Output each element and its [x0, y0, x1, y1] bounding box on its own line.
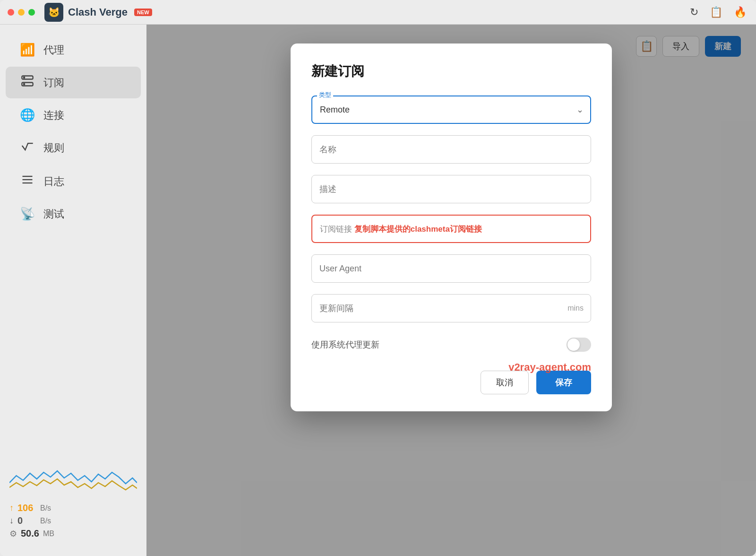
upload-value: 106 — [17, 503, 36, 513]
upload-unit: B/s — [40, 504, 51, 513]
svg-point-3 — [24, 84, 25, 85]
useragent-input[interactable] — [311, 254, 591, 283]
type-select[interactable]: Remote Local — [311, 96, 591, 124]
cancel-button[interactable]: 取消 — [481, 371, 529, 394]
proxy-toggle-row: 使用系统代理更新 — [311, 334, 591, 356]
sidebar-item-subscriptions[interactable]: 订阅 — [6, 67, 141, 98]
globe-icon: 🌐 — [20, 108, 35, 122]
download-unit: B/s — [40, 517, 51, 525]
name-input[interactable] — [311, 135, 591, 164]
disk-stats: ⚙ 50.6 MB — [9, 528, 137, 539]
proxy-toggle-label: 使用系统代理更新 — [311, 339, 379, 350]
type-select-wrapper: Remote Local ⌄ — [311, 96, 591, 124]
sidebar-item-connections[interactable]: 🌐 连接 — [6, 100, 141, 130]
close-button[interactable] — [8, 9, 14, 16]
save-button[interactable]: 保存 — [536, 371, 591, 394]
download-arrow-icon: ↓ — [9, 516, 14, 526]
disk-unit: MB — [43, 530, 54, 538]
download-value: 0 — [17, 515, 36, 526]
window-controls — [8, 9, 35, 16]
app-title: Clash Verge — [68, 6, 128, 18]
flame-button[interactable]: 🔥 — [732, 4, 748, 20]
sidebar-stats: ↑ 106 B/s ↓ 0 B/s ⚙ 50.6 MB — [0, 452, 146, 547]
dialog-actions: 取消 保存 — [311, 371, 591, 394]
notes-button[interactable]: 📋 — [708, 4, 724, 20]
useragent-field — [311, 254, 591, 283]
name-field — [311, 135, 591, 164]
sidebar-item-rules[interactable]: 规则 — [6, 132, 141, 164]
disk-icon: ⚙ — [9, 529, 17, 539]
upload-arrow-icon: ↑ — [9, 503, 14, 513]
sidebar-item-proxy[interactable]: 📶 代理 — [6, 35, 141, 65]
description-input[interactable] — [311, 175, 591, 203]
download-stats: ↓ 0 B/s — [9, 515, 137, 526]
sidebar-label-subscriptions: 订阅 — [43, 76, 64, 90]
interval-suffix: mins — [567, 304, 584, 313]
upload-stats: ↑ 106 B/s — [9, 503, 137, 513]
url-placeholder-red: 复制脚本提供的clashmeta订阅链接 — [354, 224, 482, 235]
app-header: 🐱 Clash Verge NEW — [44, 3, 152, 22]
svg-point-2 — [24, 77, 25, 78]
sidebar: 📶 代理 订阅 🌐 连接 — [0, 25, 146, 556]
maximize-button[interactable] — [28, 9, 35, 16]
rules-icon — [20, 139, 35, 156]
main-content: 📋 导入 新建 新建订阅 类型 Remote Local — [146, 25, 756, 556]
description-field — [311, 175, 591, 203]
interval-input[interactable] — [311, 294, 591, 322]
sidebar-item-test[interactable]: 📡 测试 — [6, 199, 141, 229]
sidebar-item-logs[interactable]: 日志 — [6, 165, 141, 197]
interval-wrapper: mins — [311, 294, 591, 322]
url-placeholder-normal: 订阅链接 — [320, 224, 354, 235]
sidebar-label-proxy: 代理 — [43, 43, 64, 57]
url-field: 订阅链接 复制脚本提供的clashmeta订阅链接 — [311, 215, 591, 243]
title-bar: 🐱 Clash Verge NEW ↻ 📋 🔥 — [0, 0, 756, 25]
wifi-icon: 📶 — [20, 43, 35, 57]
refresh-button[interactable]: ↻ — [688, 4, 700, 20]
header-actions: ↻ 📋 🔥 — [688, 4, 748, 20]
sidebar-label-test: 测试 — [43, 207, 64, 221]
app-window: 🐱 Clash Verge NEW ↻ 📋 🔥 📶 代理 — [0, 0, 756, 556]
app-body: 📶 代理 订阅 🌐 连接 — [0, 25, 756, 556]
sidebar-label-rules: 规则 — [43, 141, 64, 155]
dialog-title: 新建订阅 — [311, 62, 591, 80]
test-icon: 📡 — [20, 207, 35, 221]
type-field: 类型 Remote Local ⌄ — [311, 96, 591, 124]
interval-field: mins — [311, 294, 591, 322]
new-badge: NEW — [134, 9, 152, 16]
proxy-toggle[interactable] — [567, 338, 591, 352]
logs-icon — [20, 173, 35, 190]
dialog-overlay: 新建订阅 类型 Remote Local ⌄ — [146, 25, 756, 556]
server-icon — [20, 74, 35, 91]
sidebar-label-connections: 连接 — [43, 108, 64, 122]
minimize-button[interactable] — [18, 9, 25, 16]
sidebar-label-logs: 日志 — [43, 174, 64, 189]
type-label: 类型 — [317, 91, 333, 99]
watermark: v2ray-agent.com — [508, 361, 591, 374]
disk-value: 50.6 — [21, 528, 39, 539]
new-subscription-dialog: 新建订阅 类型 Remote Local ⌄ — [291, 43, 612, 411]
network-chart — [9, 459, 137, 497]
app-logo: 🐱 — [44, 3, 63, 22]
